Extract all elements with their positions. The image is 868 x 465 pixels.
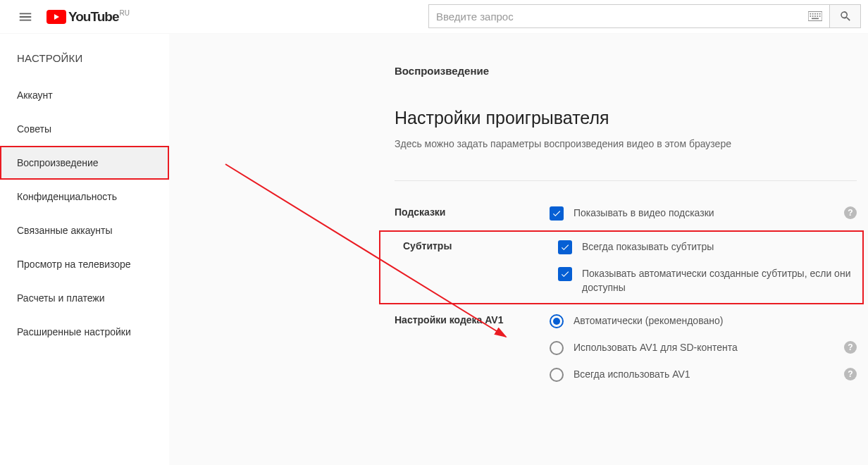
page-description: Здесь можно задать параметры воспроизвед…	[395, 138, 868, 149]
svg-rect-8	[814, 16, 816, 17]
setting-group-hints: Подсказки Показывать в видео подсказки ?	[395, 197, 857, 230]
sidebar-item-label: Связанные аккаунты	[17, 225, 113, 236]
svg-rect-3	[814, 13, 816, 15]
check-icon	[560, 269, 570, 279]
search-area	[428, 4, 861, 28]
sidebar-item-billing[interactable]: Расчеты и платежи	[0, 281, 169, 315]
option-row: Автоматически (рекомендовано)	[550, 314, 857, 328]
sidebar-item-playback[interactable]: Воспроизведение	[0, 146, 169, 180]
setting-group-body: Всегда показывать субтитры Показывать ав…	[558, 240, 855, 294]
divider	[395, 180, 857, 181]
help-icon[interactable]: ?	[844, 206, 857, 219]
option-label: Всегда показывать субтитры	[582, 240, 855, 254]
setting-group-body: Показывать в видео подсказки ?	[550, 206, 857, 221]
svg-rect-1	[810, 13, 812, 15]
hamburger-icon	[18, 9, 33, 25]
help-icon[interactable]: ?	[844, 368, 857, 380]
menu-button[interactable]	[11, 3, 39, 31]
check-icon	[552, 209, 562, 218]
checkbox-always-show-subs[interactable]	[558, 240, 572, 254]
sidebar-item-label: Воспроизведение	[17, 157, 99, 168]
sidebar-item-label: Аккаунт	[17, 89, 53, 101]
logo-text: YouTube	[68, 9, 118, 25]
setting-group-head: Субтитры	[403, 240, 558, 252]
setting-group-head: Настройки кодека AV1	[395, 314, 550, 326]
option-label: Использовать AV1 для SD-контента	[574, 341, 834, 355]
sidebar-item-tv[interactable]: Просмотр на телевизоре	[0, 247, 169, 281]
option-row: Всегда показывать субтитры	[558, 240, 855, 254]
checkbox-show-hints[interactable]	[550, 206, 564, 221]
sidebar: НАСТРОЙКИ Аккаунт Советы Воспроизведение…	[0, 34, 169, 465]
sidebar-item-label: Просмотр на телевизоре	[17, 259, 131, 270]
sidebar-item-connected[interactable]: Связанные аккаунты	[0, 213, 169, 247]
page-title: Настройки проигрывателя	[395, 108, 868, 128]
radio-av1-auto[interactable]	[550, 314, 564, 328]
youtube-play-icon	[46, 10, 66, 24]
option-row: Всегда использовать AV1 ?	[550, 368, 857, 382]
option-row: Показывать в видео подсказки ?	[550, 206, 857, 221]
help-icon[interactable]: ?	[844, 341, 857, 354]
svg-rect-6	[810, 16, 812, 17]
radio-av1-always[interactable]	[550, 368, 564, 382]
logo[interactable]: YouTube RU	[46, 9, 130, 25]
setting-group-subtitles: Субтитры Всегда показывать субтитры Пока…	[379, 230, 864, 304]
sidebar-title: НАСТРОЙКИ	[0, 46, 169, 78]
sidebar-item-privacy[interactable]: Конфиденциальность	[0, 180, 169, 213]
svg-rect-5	[819, 13, 821, 15]
svg-rect-10	[819, 16, 821, 17]
setting-group-body: Автоматически (рекомендовано) Использова…	[550, 314, 857, 382]
svg-rect-11	[812, 18, 819, 20]
setting-group-av1: Настройки кодека AV1 Автоматически (реко…	[395, 304, 857, 392]
checkbox-auto-subs[interactable]	[558, 267, 572, 281]
keyboard-icon[interactable]	[808, 11, 822, 21]
sidebar-item-label: Конфиденциальность	[17, 191, 117, 202]
option-label: Автоматически (рекомендовано)	[574, 314, 857, 328]
search-icon	[839, 10, 852, 23]
sidebar-item-tips[interactable]: Советы	[0, 112, 169, 146]
option-label: Всегда использовать AV1	[574, 368, 834, 382]
option-label: Показывать в видео подсказки	[574, 206, 834, 221]
option-row: Показывать автоматически созданные субти…	[558, 267, 855, 294]
svg-rect-9	[817, 16, 819, 17]
sidebar-item-label: Советы	[17, 123, 51, 135]
option-row: Использовать AV1 для SD-контента ?	[550, 341, 857, 355]
search-box	[428, 4, 830, 28]
search-input[interactable]	[436, 11, 808, 23]
header: YouTube RU	[0, 0, 868, 34]
sidebar-item-label: Расширенные настройки	[17, 326, 131, 337]
page-breadcrumb: Воспроизведение	[395, 65, 868, 77]
svg-rect-2	[812, 13, 814, 15]
sidebar-item-label: Расчеты и платежи	[17, 292, 105, 304]
sidebar-item-account[interactable]: Аккаунт	[0, 78, 169, 112]
check-icon	[560, 242, 570, 252]
body: НАСТРОЙКИ Аккаунт Советы Воспроизведение…	[0, 34, 868, 465]
svg-rect-7	[812, 16, 814, 17]
main-content: Воспроизведение Настройки проигрывателя …	[169, 34, 868, 465]
logo-region: RU	[119, 9, 129, 17]
setting-group-head: Подсказки	[395, 206, 550, 218]
search-button[interactable]	[830, 4, 861, 28]
svg-rect-4	[817, 13, 819, 15]
sidebar-item-advanced[interactable]: Расширенные настройки	[0, 315, 169, 349]
radio-av1-sd[interactable]	[550, 341, 564, 355]
option-label: Показывать автоматически созданные субти…	[582, 267, 855, 294]
